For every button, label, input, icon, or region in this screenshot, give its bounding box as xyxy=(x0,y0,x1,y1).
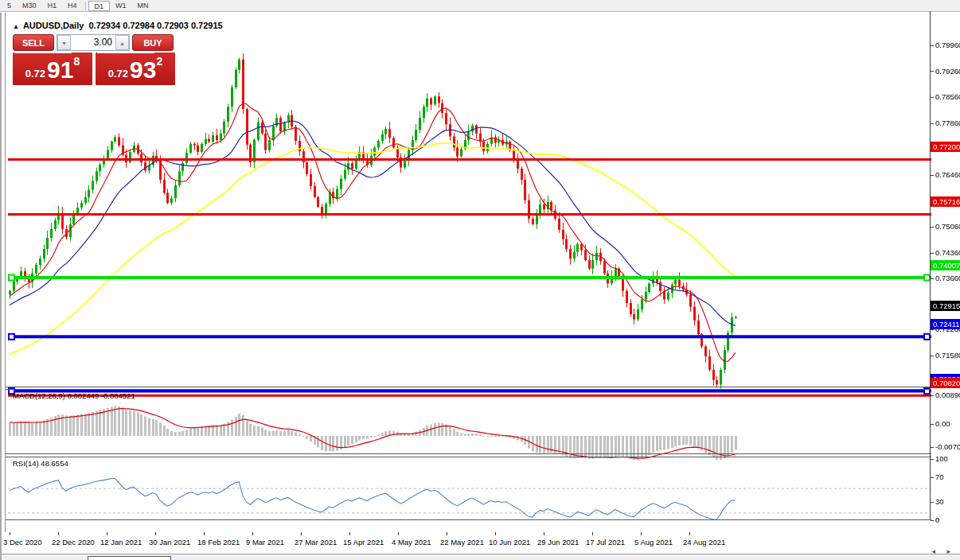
price-axis-tick: 0.77860 xyxy=(931,118,960,128)
date-axis: 3 Dec 202022 Dec 202012 Jan 202130 Jan 2… xyxy=(2,532,960,553)
chart-tab-bar: EURUSD,H4|AUDUSD,Daily|USDCHF,H4|USDCAD,… xyxy=(2,554,960,560)
date-tick xyxy=(544,532,544,535)
date-tick xyxy=(107,532,107,535)
rsi-indicator-label: RSI(14) 48.6554 xyxy=(13,459,68,468)
timeframe-button-h4[interactable]: H4 xyxy=(62,1,83,11)
date-tick-label: 15 Apr 2021 xyxy=(343,538,384,546)
axis-tick-dash xyxy=(931,278,934,279)
rsi-pane-canvas[interactable] xyxy=(8,470,931,531)
axis-tick-dash xyxy=(931,502,934,503)
date-tick xyxy=(301,532,302,535)
rsi-axis-tick: 70 xyxy=(931,472,944,482)
date-tick xyxy=(592,532,593,535)
pane-separator[interactable] xyxy=(6,519,931,520)
chart-tab-usdchf[interactable]: USDCHF,H4 xyxy=(174,556,244,560)
chart-tab-xauusd[interactable]: XAUUSD,H1 xyxy=(587,556,658,560)
macd-indicator-label: MACD(12,26,9) 0.002449 -0.004521 xyxy=(13,391,135,400)
timeframe-button-d1[interactable]: D1 xyxy=(88,1,111,11)
pane-separator[interactable] xyxy=(6,453,931,454)
price-axis-tick: 0.75060 xyxy=(931,221,960,231)
chart-tab-eurusd[interactable]: EURUSD,H4 xyxy=(14,556,86,560)
axis-tick-dash xyxy=(931,356,934,356)
chart-tab-ukoil[interactable]: UKOil,H1 xyxy=(410,556,467,560)
date-tick xyxy=(447,532,447,535)
date-tick-label: 4 May 2021 xyxy=(392,538,431,546)
chart-tab-audusd[interactable]: AUDUSD,Daily xyxy=(88,556,170,560)
price-line-label: 0.72411 xyxy=(931,319,960,329)
date-tick xyxy=(398,532,399,535)
price-axis-tick: 0.74360 xyxy=(931,247,960,258)
date-tick xyxy=(689,532,690,535)
macd-axis-tick: -0.00701 xyxy=(931,441,960,452)
date-tick-label: 24 Aug 2021 xyxy=(683,538,725,546)
price-axis-tick: 0.78560 xyxy=(931,91,960,102)
pane-separator[interactable] xyxy=(6,389,931,390)
date-tick-label: 9 Mar 2021 xyxy=(246,538,284,546)
axis-tick-dash xyxy=(931,447,934,448)
macd-axis-tick: 0.00 xyxy=(931,418,950,429)
date-tick xyxy=(349,532,350,535)
timeframe-button-w1[interactable]: W1 xyxy=(110,1,132,11)
axis-tick-dash xyxy=(931,329,934,330)
axis-tick-dash xyxy=(931,71,934,72)
date-tick-label: 3 Dec 2020 xyxy=(3,538,42,546)
timeframe-button-m30[interactable]: M30 xyxy=(17,1,42,11)
price-axis-tick: 0.76460 xyxy=(931,169,960,180)
chart-window: ▲AUDUSD,Daily 0.72934 0.72984 0.72903 0.… xyxy=(0,13,960,560)
price-line-label: 0.77200 xyxy=(931,142,960,152)
price-line-label: 0.74007 xyxy=(931,260,960,270)
window-border xyxy=(5,13,6,541)
price-line-label: 0.75716 xyxy=(931,196,960,207)
date-tick-label: 5 Aug 2021 xyxy=(634,538,673,546)
pane-separator[interactable] xyxy=(6,457,931,457)
price-axis-tick: 0.71580 xyxy=(931,350,960,360)
rsi-axis-tick: 30 xyxy=(931,496,944,507)
chart-tab-usdx[interactable]: USDX,H1 xyxy=(526,556,585,560)
timeframe-toolbar: 5M30H1H4D1W1MN xyxy=(0,0,960,12)
axis-tick-dash xyxy=(931,395,934,396)
axis-tick-dash xyxy=(931,45,934,46)
chart-tab-usdcad[interactable]: USDCAD,Daily xyxy=(245,556,325,560)
price-axis-tick: 0.79260 xyxy=(931,66,960,76)
price-line-label: 0.70820 xyxy=(931,378,960,388)
date-tick xyxy=(252,532,253,535)
date-tick xyxy=(10,532,10,535)
toolbar-separator xyxy=(85,2,86,10)
price-axis-tick: 0.73660 xyxy=(931,273,960,283)
date-tick-label: 30 Jan 2021 xyxy=(149,538,190,546)
current-price-label: 0.72915 xyxy=(931,301,960,311)
date-tick-label: 12 Jan 2021 xyxy=(100,538,142,546)
axis-tick-dash xyxy=(931,477,934,478)
axis-tick-dash xyxy=(931,123,934,124)
chart-tab-gbpusd[interactable]: GBPUSD,H1 xyxy=(660,556,732,560)
date-tick-label: 27 Mar 2021 xyxy=(295,538,337,546)
mt4-window: 5M30H1H4D1W1MN ▲AUDUSD,Daily 0.72934 0.7… xyxy=(0,0,960,560)
chart-tab-usdcnh[interactable]: USDCNH,Daily xyxy=(327,556,408,560)
axis-tick-dash xyxy=(931,424,934,425)
timeframe-button-5[interactable]: 5 xyxy=(2,1,17,11)
axis-tick-dash xyxy=(931,227,934,228)
axis-tick-dash xyxy=(931,253,934,254)
axis-tick-dash xyxy=(931,175,934,176)
date-tick xyxy=(641,532,642,535)
chart-tab-dj30[interactable]: DJ30,H1 xyxy=(469,556,524,560)
timeframe-button-mn[interactable]: MN xyxy=(132,1,154,11)
macd-axis-tick: 0.00890 xyxy=(931,390,960,400)
date-tick-label: 18 Feb 2021 xyxy=(197,538,240,546)
axis-tick-dash xyxy=(931,520,934,521)
price-axis-tick: 0.79960 xyxy=(931,40,960,50)
tab-scroll-arrows[interactable]: ◂ ▸ xyxy=(931,547,955,555)
axis-tick-dash xyxy=(931,459,934,460)
date-tick-label: 22 Dec 2020 xyxy=(52,538,95,546)
rsi-axis-tick: 100 xyxy=(931,453,948,464)
date-tick xyxy=(58,532,59,535)
axis-tick-dash xyxy=(931,97,934,98)
timeframe-button-h1[interactable]: H1 xyxy=(42,1,63,11)
date-tick xyxy=(495,532,496,535)
pane-separator[interactable] xyxy=(6,387,931,387)
main-chart-canvas[interactable] xyxy=(8,25,931,399)
rsi-axis-tick: 0 xyxy=(931,515,939,525)
date-tick-label: 22 May 2021 xyxy=(440,538,484,546)
date-tick xyxy=(155,532,156,535)
date-tick-label: 29 Jun 2021 xyxy=(537,538,579,546)
